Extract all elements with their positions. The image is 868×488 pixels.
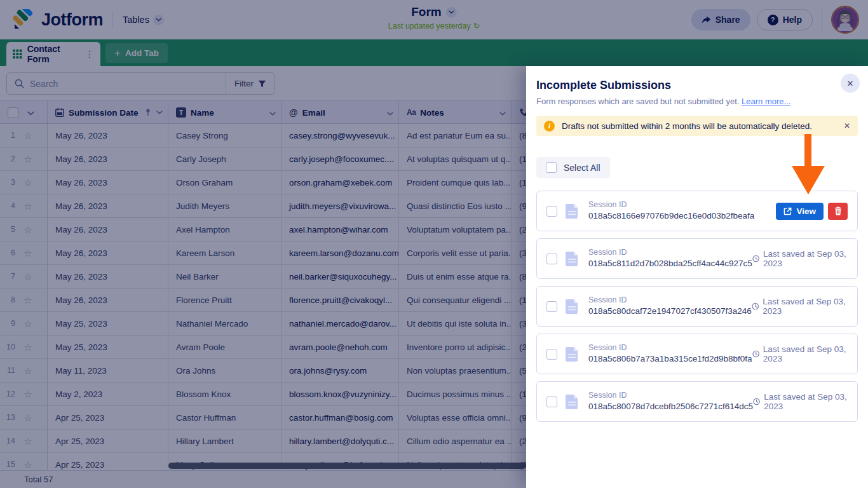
dismiss-warning-button[interactable]: ✕: [844, 121, 850, 130]
trash-icon: [834, 207, 842, 215]
session-id-value: 018a5c806b7a73a1ba315ce1fd2d9b8bf0fa: [588, 353, 752, 365]
session-id-label: Session ID: [588, 247, 752, 258]
last-saved-text: Last saved at Sep 03, 2023: [764, 392, 848, 411]
session-card: Session ID 018a5c811d2d7b028bda25cff4ac4…: [536, 238, 858, 279]
document-icon: [566, 394, 579, 410]
session-info: Session ID 018a5c80dcaf72e1947027cf43050…: [588, 295, 752, 317]
subtitle-text: Form responses which are saved but not s…: [536, 97, 739, 106]
external-link-icon: [783, 207, 792, 215]
last-saved: Last saved at Sep 03, 2023: [753, 392, 848, 411]
incomplete-submissions-panel: ✕ Incomplete Submissions Form responses …: [526, 66, 868, 488]
session-info: Session ID 018a5c80078d7dcebfb2506c7271c…: [588, 390, 753, 412]
session-id-value: 018a5c8166e97076b9dec16e0d03b2fbeafa: [588, 210, 754, 222]
close-panel-button[interactable]: ✕: [841, 74, 860, 93]
last-saved-text: Last saved at Sep 03, 2023: [763, 249, 848, 268]
document-icon: [566, 346, 579, 362]
last-saved: Last saved at Sep 03, 2023: [752, 249, 848, 268]
select-all-label: Select All: [564, 163, 600, 173]
select-all-control[interactable]: Select All: [536, 157, 610, 178]
clock-icon: [752, 302, 759, 311]
session-id-label: Session ID: [588, 295, 752, 306]
document-icon: [566, 251, 579, 267]
delete-button[interactable]: [828, 203, 848, 220]
session-actions: View: [776, 203, 848, 220]
select-all-checkbox[interactable]: [546, 162, 557, 173]
session-id-value: 018a5c80078d7dcebfb2506c7271cf614dc5: [588, 401, 753, 412]
session-checkbox[interactable]: [546, 254, 557, 264]
session-id-label: Session ID: [588, 390, 753, 401]
info-icon: i: [544, 121, 555, 132]
session-checkbox[interactable]: [546, 301, 557, 312]
warning-text: Drafts not submitted within 2 months wil…: [562, 121, 812, 131]
last-saved: Last saved at Sep 03, 2023: [752, 297, 848, 316]
session-checkbox[interactable]: [546, 349, 557, 360]
session-list: Session ID 018a5c8166e97076b9dec16e0d03b…: [536, 191, 858, 422]
document-icon: [566, 299, 579, 315]
session-info: Session ID 018a5c811d2d7b028bda25cff4ac4…: [588, 247, 752, 269]
last-saved-text: Last saved at Sep 03, 2023: [763, 297, 848, 316]
jotform-tables-screen: Jotform Tables Form Last updated yesterd…: [0, 0, 868, 488]
session-id-value: 018a5c811d2d7b028bda25cff4ac44c927c5: [588, 258, 752, 269]
session-id-label: Session ID: [588, 342, 752, 353]
learn-more-link[interactable]: Learn more...: [742, 97, 790, 106]
session-id-label: Session ID: [588, 200, 754, 210]
session-checkbox[interactable]: [546, 206, 557, 217]
drafts-warning-banner: i Drafts not submitted within 2 months w…: [536, 116, 858, 136]
session-info: Session ID 018a5c8166e97076b9dec16e0d03b…: [588, 200, 754, 222]
panel-title: Incomplete Submissions: [536, 79, 858, 92]
session-card: Session ID 018a5c80078d7dcebfb2506c7271c…: [536, 381, 858, 422]
session-card: Session ID 018a5c806b7a73a1ba315ce1fd2d9…: [536, 334, 858, 374]
panel-subtitle: Form responses which are saved but not s…: [536, 97, 858, 106]
session-checkbox[interactable]: [546, 396, 557, 407]
close-icon: ✕: [847, 79, 854, 88]
view-label: View: [796, 207, 816, 216]
session-info: Session ID 018a5c806b7a73a1ba315ce1fd2d9…: [588, 342, 752, 365]
clock-icon: [752, 254, 759, 263]
session-id-value: 018a5c80dcaf72e1947027cf430507f3a246: [588, 306, 752, 317]
view-button[interactable]: View: [776, 203, 824, 220]
session-card: Session ID 018a5c80dcaf72e1947027cf43050…: [536, 286, 858, 327]
clock-icon: [752, 349, 759, 358]
clock-icon: [753, 397, 760, 406]
session-card: Session ID 018a5c8166e97076b9dec16e0d03b…: [536, 191, 858, 231]
last-saved-text: Last saved at Sep 03, 2023: [763, 344, 848, 363]
last-saved: Last saved at Sep 03, 2023: [752, 344, 848, 363]
document-icon: [566, 203, 579, 219]
